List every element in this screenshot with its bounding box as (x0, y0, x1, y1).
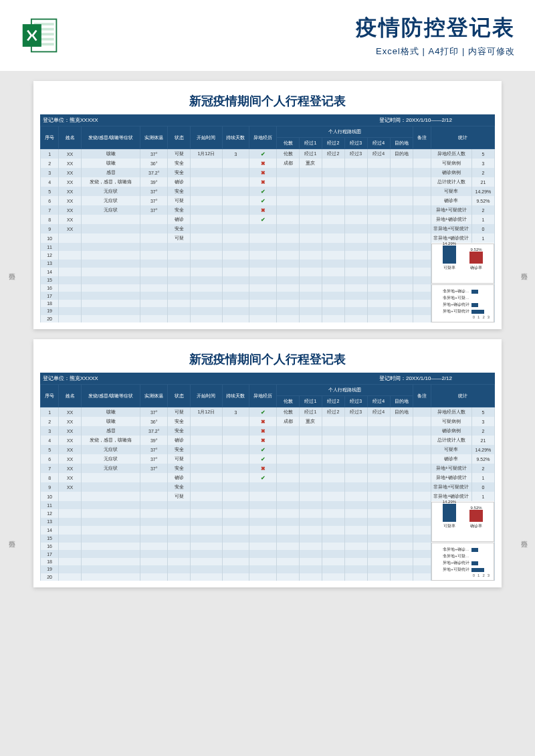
cell-away (249, 243, 277, 251)
cell-days (222, 268, 249, 276)
cell-symptom: 咳嗽 (82, 417, 140, 426)
cell-name: XX (59, 464, 82, 473)
cell-start (191, 205, 223, 215)
cell-start (191, 535, 223, 543)
cell-route (277, 224, 300, 233)
cross-icon: ✖ (261, 207, 265, 213)
cell-start (191, 565, 223, 573)
cell-away (249, 543, 277, 550)
table-row: 15 (41, 535, 495, 543)
th-route-sub: 经过1 (299, 138, 322, 149)
cell-status (168, 284, 191, 292)
cell-status (168, 535, 191, 543)
cell-route (390, 243, 413, 251)
cell-route (299, 543, 322, 550)
cell-away (249, 558, 277, 565)
table-row: 3 XX 感冒 37.2° 安全 ✖ 确诊病例2 (41, 168, 495, 177)
cell-route (367, 558, 390, 565)
cell-route (390, 565, 413, 573)
cell-route (367, 518, 390, 526)
stat-value: 5 (471, 407, 494, 417)
cell-note (413, 464, 431, 473)
cell-days (222, 196, 249, 205)
stat-value: 0 (471, 482, 494, 492)
header-title: 疫情防控登记表 (70, 13, 515, 43)
cell-route (322, 565, 344, 573)
cell-symptom (82, 565, 140, 573)
cell-symptom (82, 518, 140, 526)
cell-status (168, 543, 191, 550)
check-icon: ✔ (261, 475, 265, 481)
cell-status: 可疑 (168, 149, 191, 159)
cell-away: ✖ (249, 417, 277, 426)
cell-route (390, 501, 413, 509)
cell-away: ✔ (249, 454, 277, 464)
cell-status (168, 260, 191, 268)
cell-route (344, 260, 367, 268)
cell-route (322, 558, 344, 565)
cell-away (249, 501, 277, 509)
cell-route (344, 509, 367, 517)
cell-route (322, 492, 344, 501)
cell-note (413, 177, 431, 187)
cell-route (344, 473, 367, 482)
table-row: 19 (41, 307, 495, 314)
cell-note (413, 307, 431, 314)
th-note: 备注 (413, 126, 431, 149)
cell-route (299, 233, 322, 243)
cell-status: 安全 (168, 464, 191, 473)
cell-away (249, 573, 277, 581)
th-away: 异地经历 (249, 385, 277, 407)
th-name: 姓名 (59, 385, 82, 407)
cell-days (222, 292, 249, 299)
cell-route: 成都 (277, 417, 300, 426)
th-temp: 实测体温 (140, 385, 168, 407)
cell-route (299, 482, 322, 492)
excel-icon (20, 15, 60, 56)
th-start: 开始时间 (191, 385, 223, 407)
cell-name (59, 243, 82, 251)
cell-route (344, 307, 367, 314)
cell-seq: 13 (41, 518, 59, 526)
cell-seq: 9 (41, 482, 59, 492)
cell-route (277, 543, 300, 550)
registration-table: 序号 姓名 发烧/感冒/咳嗽等症状 实测体温 状态 开始时间 持续天数 异地经历… (40, 126, 495, 322)
cell-route (367, 445, 390, 454)
cell-route (277, 501, 300, 509)
cell-name: XX (59, 417, 82, 426)
cell-symptom (82, 473, 140, 482)
cell-route (344, 454, 367, 464)
cell-route (344, 168, 367, 177)
cell-route (277, 243, 300, 251)
cell-name: XX (59, 482, 82, 492)
cell-route (299, 535, 322, 543)
cell-route (344, 187, 367, 196)
cell-route (322, 284, 344, 292)
cell-route (344, 464, 367, 473)
cell-away: ✔ (249, 215, 277, 224)
cell-route (299, 205, 322, 215)
cell-days (222, 177, 249, 187)
cell-start (191, 526, 223, 534)
cell-symptom (82, 535, 140, 543)
cell-temp: 37.2° (140, 168, 168, 177)
cell-route (344, 573, 367, 581)
cell-route (344, 492, 367, 501)
cell-route (367, 260, 390, 268)
cross-icon: ✖ (261, 466, 265, 472)
sheet-title: 新冠疫情期间个人行程登记表 (40, 88, 495, 114)
cell-route (344, 233, 367, 243)
table-row: 13 (41, 260, 495, 268)
cell-name (59, 492, 82, 501)
cell-route (344, 268, 367, 276)
cell-away: ✖ (249, 168, 277, 177)
cell-start (191, 518, 223, 526)
cell-temp (140, 224, 168, 233)
cell-route (322, 233, 344, 243)
cell-route (367, 187, 390, 196)
cell-symptom (82, 558, 140, 565)
cell-route (367, 526, 390, 534)
th-route-sub: 经过2 (322, 396, 344, 407)
count-hbar-chart: 非异地+确诊… 非异地+可疑… (431, 284, 494, 322)
cell-seq: 2 (41, 417, 59, 426)
